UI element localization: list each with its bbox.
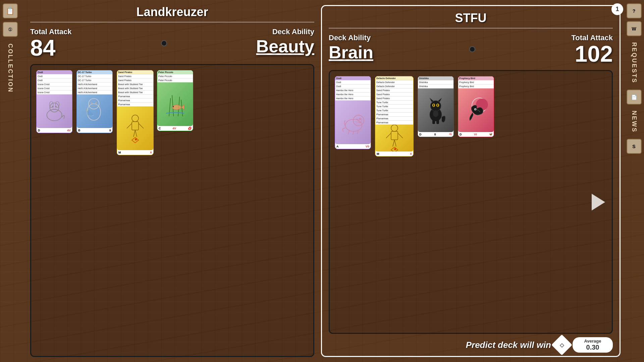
stfu-stack2-name-0: Defacto Defender — [375, 76, 413, 80]
stfu-stack2-name-7: Tune Turtle — [375, 105, 413, 109]
predict-text: Predict deck will win — [466, 340, 551, 350]
landkreuzer-ability-label: Deck Ability — [256, 27, 314, 36]
stfu-name: STFU — [329, 11, 613, 25]
landkreuzer-stack-4: Peter Piccolo Peter Piccolo Peter Piccol… — [157, 70, 193, 131]
stack1-art — [39, 96, 69, 126]
sidebar-right-label-news: News — [631, 111, 638, 133]
stack3-name-4: Beast with Stubbed Toe — [117, 86, 153, 90]
svg-line-36 — [386, 133, 391, 138]
stack1-name-4: Izuna Crest — [37, 86, 72, 90]
svg-point-8 — [91, 102, 93, 104]
stack3-name-2: Sand Pirates — [117, 78, 153, 82]
center-content: Landkreuzer Total Attack 84 Deck Ability… — [20, 0, 624, 362]
collection-icon-2[interactable]: ① — [3, 22, 18, 37]
stfu-ability-block: Deck Ability Brain — [329, 34, 373, 62]
stack3-art — [120, 113, 150, 143]
svg-point-27 — [356, 119, 358, 120]
stfu-stack4-name-1: Prophecy Bird — [458, 80, 494, 84]
stfu-stack1-art — [338, 107, 368, 137]
svg-line-15 — [139, 123, 144, 128]
stack1-name-1: Oodl — [37, 74, 72, 78]
stfu-stack3-name-1: Shishika — [418, 80, 453, 84]
stfu-stack1-footer: AVII — [335, 144, 371, 149]
stack4-name-2: Peter Piccolo — [157, 78, 193, 82]
requests-icon-2[interactable]: W — [627, 21, 642, 36]
stfu-attack-value: 102 — [572, 42, 613, 65]
stack2-name-5: Hell's Kitchenhand — [77, 90, 112, 95]
landkreuzer-card-area: Oodl Oodl Oodl Izuna Crest Izuna Crest I… — [30, 64, 314, 357]
stack3-name-0: Sand Pirates — [117, 70, 153, 74]
stack2-name-2: DC-17 Turbo — [77, 78, 112, 82]
stfu-attack-block: Total Attack 102 — [572, 34, 613, 65]
requests-icon-1[interactable]: ? — [627, 3, 642, 18]
stfu-stack2-name-4: Sand Pirates — [375, 93, 413, 97]
landkreuzer-stack-1: Oodl Oodl Oodl Izuna Crest Izuna Crest I… — [36, 70, 72, 133]
svg-line-18 — [169, 98, 171, 116]
landkreuzer-divider — [30, 22, 314, 22]
svg-line-13 — [135, 130, 137, 137]
stfu-ability-value: Brain — [329, 42, 373, 62]
svg-point-54 — [475, 109, 476, 110]
stack4-name-0: Peter Piccolo — [157, 70, 193, 74]
stack2-name-1: DC-17 Turbo — [77, 74, 112, 78]
average-label: Average — [578, 339, 607, 344]
predict-diamond-wrapper[interactable]: ◇ — [554, 338, 569, 352]
svg-line-31 — [358, 131, 358, 134]
sidebar-left-label: Collection — [7, 44, 14, 93]
svg-marker-42 — [430, 98, 434, 102]
stack2-art — [79, 96, 110, 126]
stfu-divider — [329, 28, 613, 28]
stfu-ability-label: Deck Ability — [329, 34, 373, 42]
sidebar-right-label-requests: Requests — [631, 42, 638, 83]
svg-point-0 — [47, 109, 62, 121]
news-icon-2[interactable]: S — [627, 139, 642, 154]
svg-line-14 — [127, 123, 132, 128]
svg-line-12 — [133, 130, 135, 137]
sidebar-left: 📋 ① Collection — [0, 0, 20, 362]
stack4-name-1: Peter Piccolo — [157, 74, 193, 78]
svg-point-39 — [394, 148, 396, 150]
svg-point-9 — [95, 102, 97, 104]
svg-point-5 — [55, 106, 57, 108]
landkreuzer-attack-block: Total Attack 84 — [30, 27, 71, 59]
predict-diamond-icon: ◇ — [560, 342, 564, 348]
corner-badge: 1 — [611, 3, 623, 15]
stack1-footer: D4V — [37, 128, 72, 133]
stfu-stack1-name-0: Oodl — [335, 76, 371, 80]
stfu-stack1-name-3: Hambo the Hero — [335, 88, 371, 93]
landkreuzer-name: Landkreuzer — [30, 5, 314, 19]
stfu-stack-1: Oodl Oodl Oodl Hambo the Hero Hambo the … — [335, 76, 371, 149]
svg-point-10 — [132, 115, 139, 122]
svg-marker-43 — [438, 98, 442, 102]
stack3-name-3: Beast with Stubbed Toe — [117, 82, 153, 86]
stack3-name-6: Plumarinaa — [117, 95, 153, 99]
stfu-stack2-art — [379, 125, 410, 152]
average-value: 0.30 — [578, 344, 607, 351]
stfu-stack4-art — [461, 95, 491, 125]
svg-point-50 — [433, 110, 438, 117]
stfu-stack2-name-6: Tune Turtle — [375, 101, 413, 105]
svg-point-17 — [135, 138, 137, 140]
play-button[interactable] — [592, 194, 605, 210]
stfu-card-area: Oodl Oodl Oodl Hambo the Hero Hambo the … — [329, 70, 613, 334]
svg-point-28 — [359, 119, 361, 120]
stack4-footer: C4V💋 — [157, 126, 193, 131]
stack4-art — [160, 89, 190, 119]
stfu-stack-3: Shishika Shishika Shishika — [418, 76, 454, 137]
stack2-name-3: Hell's Kitchenhand — [77, 82, 112, 86]
stack1-name-5: Izuna Crest — [37, 90, 72, 95]
svg-point-41 — [430, 101, 441, 111]
stack1-name-2: Oodl — [37, 78, 72, 82]
stfu-stack2-name-11: Plumarinaa — [375, 121, 413, 125]
svg-line-29 — [348, 131, 349, 134]
stfu-stack3-footer: DII🧠 — [418, 132, 453, 137]
news-icon-1[interactable]: 📄 — [627, 89, 642, 105]
svg-point-23 — [173, 106, 174, 107]
stack3-name-1: Sand Pirates — [117, 74, 153, 78]
svg-rect-48 — [432, 119, 435, 124]
stfu-stack1-name-1: Oodl — [335, 80, 371, 84]
stack1-name-3: Izuna Crest — [37, 82, 72, 86]
stack3-name-5: Beast with Stubbed Toe — [117, 90, 153, 95]
collection-icon[interactable]: 📋 — [3, 3, 18, 18]
stfu-stats: Deck Ability Brain Total Attack 102 — [329, 34, 613, 65]
